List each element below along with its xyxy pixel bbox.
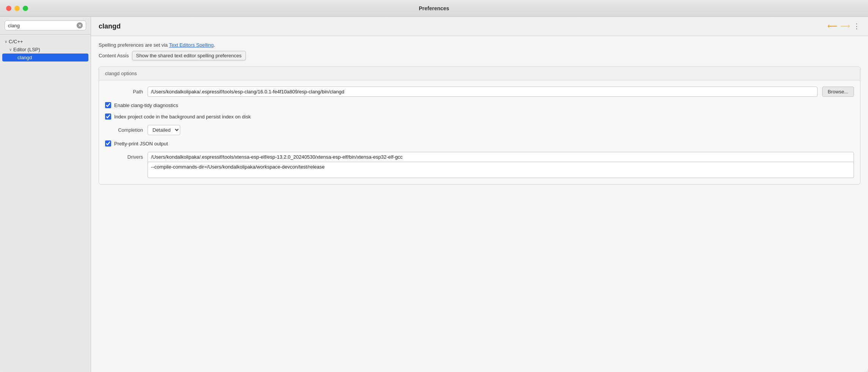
pretty-print-checkbox-row: Pretty-print JSON output [105, 140, 854, 147]
tooltip-text: Show the shared text editor spelling pre… [136, 53, 242, 58]
chevron-down-icon: ∨ [5, 39, 7, 44]
minimize-button[interactable] [14, 6, 20, 11]
maximize-button[interactable] [23, 6, 28, 11]
clang-tidy-checkbox-row: Enable clang-tidy diagnostics [105, 102, 854, 108]
forward-arrow-icon[interactable]: ⟶ [840, 22, 850, 30]
preferences-window: Preferences ✕ ∨ C/C++ ∨ Editor (LSP) [0, 0, 868, 372]
completion-select[interactable]: Detailed Bundled None [148, 125, 180, 135]
clang-tidy-label: Enable clang-tidy diagnostics [114, 102, 178, 108]
drivers-row: Drivers --compile-commands-dir=/Users/ko… [105, 152, 854, 178]
options-body: Path Browse... Enable clang-tidy diagnos… [99, 80, 860, 184]
options-section: clangd options Path Browse... Enable cla… [99, 66, 860, 184]
search-input[interactable] [8, 23, 74, 28]
content-body: Spelling preferences are set via Text Ed… [91, 36, 868, 372]
sidebar-item-editor-lsp[interactable]: ∨ Editor (LSP) [0, 46, 91, 54]
more-options-icon[interactable]: ⋮ [853, 22, 860, 30]
spelling-notice: Spelling preferences are set via Text Ed… [99, 42, 860, 48]
sidebar-item-cpp[interactable]: ∨ C/C++ [0, 38, 91, 46]
sidebar-tree: ∨ C/C++ ∨ Editor (LSP) clangd [0, 35, 91, 372]
window-title: Preferences [419, 5, 449, 11]
clang-tidy-checkbox[interactable] [105, 102, 111, 108]
content-assist-row: Content Assis Show the shared text edito… [99, 51, 860, 60]
drivers-input[interactable] [148, 152, 854, 162]
page-title: clangd [99, 22, 121, 30]
pretty-print-checkbox[interactable] [105, 140, 111, 147]
close-button[interactable] [6, 6, 11, 11]
content-area: clangd ⟵ ⟶ ⋮ Spelling preferences are se… [91, 17, 868, 372]
window-controls [6, 6, 28, 11]
options-section-title: clangd options [99, 67, 860, 80]
titlebar: Preferences [0, 0, 868, 17]
sidebar-item-cpp-label: C/C++ [9, 39, 23, 44]
main-container: ✕ ∨ C/C++ ∨ Editor (LSP) clangd [0, 17, 868, 372]
spelling-link[interactable]: Text Editors Spelling [169, 42, 214, 48]
index-checkbox[interactable] [105, 113, 111, 120]
additional-input[interactable]: --compile-commands-dir=/Users/kondalkoli… [148, 162, 854, 178]
browse-button[interactable]: Browse... [822, 87, 854, 97]
header-actions: ⟵ ⟶ ⋮ [827, 22, 860, 30]
path-label: Path [105, 89, 143, 95]
completion-label: Completion [105, 127, 143, 133]
back-arrow-icon[interactable]: ⟵ [827, 22, 837, 30]
drivers-inputs: --compile-commands-dir=/Users/kondalkoli… [148, 152, 854, 178]
search-clear-button[interactable]: ✕ [77, 22, 83, 28]
content-header: clangd ⟵ ⟶ ⋮ [91, 17, 868, 36]
sidebar-item-editor-lsp-label: Editor (LSP) [13, 47, 40, 52]
sidebar: ✕ ∨ C/C++ ∨ Editor (LSP) clangd [0, 17, 91, 372]
index-checkbox-row: Index project code in the background and… [105, 113, 854, 120]
chevron-down-icon: ∨ [9, 47, 12, 52]
search-box: ✕ [0, 17, 91, 35]
spelling-notice-end: . [214, 42, 215, 48]
completion-row: Completion Detailed Bundled None [105, 125, 854, 135]
path-row: Path Browse... [105, 87, 854, 97]
sidebar-item-clangd-label: clangd [17, 55, 32, 60]
additional-row: --compile-commands-dir=/Users/kondalkoli… [148, 162, 854, 178]
content-assist-label: Content Assis [99, 53, 129, 58]
drivers-label: Drivers [105, 152, 143, 160]
tooltip-box: Show the shared text editor spelling pre… [132, 51, 246, 60]
search-input-wrapper: ✕ [5, 20, 86, 30]
sidebar-item-clangd[interactable]: clangd [2, 54, 88, 61]
pretty-print-label: Pretty-print JSON output [114, 141, 168, 147]
path-input[interactable] [148, 87, 818, 97]
spelling-notice-text: Spelling preferences are set via [99, 42, 169, 48]
index-label: Index project code in the background and… [114, 114, 251, 120]
